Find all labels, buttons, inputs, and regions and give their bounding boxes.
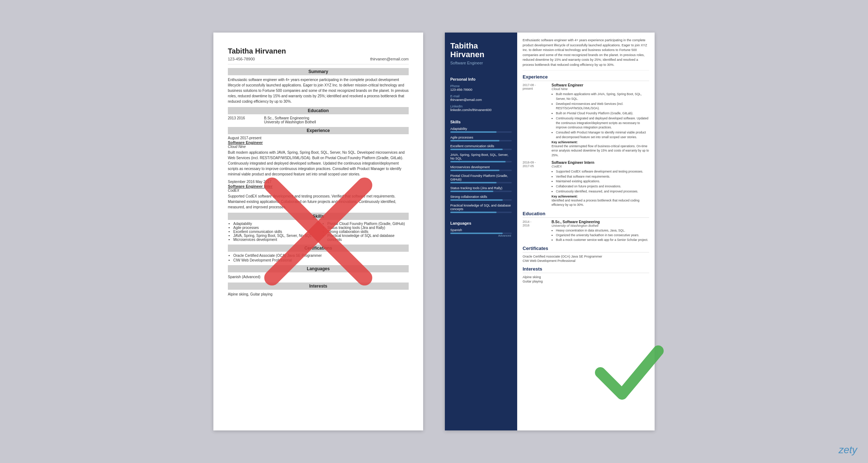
plain-email: thirvanen@email.com: [370, 57, 409, 61]
plain-summary-text: Enthusiastic software engineer with 4+ y…: [228, 77, 409, 104]
styled-sidebar: Tabitha Hirvanen Software Engineer Perso…: [445, 33, 517, 430]
sidebar-linkedin-item: LinkedIn linkedin.com/in/thirvanen600: [445, 103, 517, 113]
sidebar-email-value: thirvanen@email.com: [450, 98, 512, 102]
plain-skills-left: Adaptability Agile processes Excellent c…: [228, 222, 315, 242]
styled-exp-company-0: Cloud Nine: [552, 87, 649, 91]
plain-certs-list: Oracle Certified Associate (OCA) Java SE…: [228, 254, 409, 262]
sidebar-skill-4: Microservices development: [445, 164, 517, 173]
plain-interests-text: Alpine skiing, Guitar playing: [228, 292, 409, 297]
plain-skills-right: Pivotal Cloud Foundry Platform (Gradle, …: [322, 222, 409, 242]
plain-resume: Tabitha Hirvanen 123-456-78900 thirvanen…: [213, 33, 423, 430]
styled-exp-bullets-1: Supported CodEX software development and…: [552, 169, 649, 194]
styled-education-title: Education: [523, 211, 649, 218]
plain-edu-degree: B.Sc., Software Engineering: [264, 116, 316, 120]
styled-title: Software Engineer: [450, 61, 512, 65]
styled-exp-0: 2017-08 - present Software Engineer Clou…: [523, 83, 649, 158]
plain-job-title-1: Software Engineer Inter: [228, 184, 409, 188]
plain-job-company-0: Cloud Nine: [228, 145, 409, 149]
plain-job-dates-0: August 2017-present: [228, 136, 409, 140]
plain-experience-title: Experience: [228, 127, 409, 134]
styled-certificates-section: Certificates Oracle Certified Associate …: [523, 246, 649, 263]
styled-interests-section: Interests Alpine skiing Guitar playing: [523, 266, 649, 283]
styled-exp-title-1: Software Engineer Intern: [552, 161, 649, 165]
plain-edu-details: B.Sc., Software Engineering University o…: [264, 116, 316, 124]
sidebar-languages-label: Languages: [445, 218, 517, 227]
plain-skills-grid: Adaptability Agile processes Excellent c…: [228, 222, 409, 242]
plain-job-title-0: Software Engineer: [228, 140, 409, 145]
zety-watermark: zety: [839, 444, 857, 456]
styled-edu-degree-0: B.Sc., Software Engineering: [552, 220, 649, 224]
styled-certificates-title: Certificates: [523, 246, 649, 252]
plain-edu-school: University of Washington Bothell: [264, 120, 316, 124]
plain-certs-title: Certifications: [228, 245, 409, 252]
styled-interests-title: Interests: [523, 266, 649, 273]
sidebar-linkedin-label: LinkedIn: [450, 105, 512, 108]
sidebar-skills-label: Skills: [445, 117, 517, 126]
plain-edu-dates: 2013 2016: [228, 116, 257, 124]
sidebar-skill-3: JAVA, Spring, Spring Boot, SQL, Server, …: [445, 152, 517, 164]
plain-languages-text: Spanish (Advanced): [228, 274, 409, 280]
styled-summary: Enthusiastic software engineer with 4+ y…: [523, 38, 649, 71]
sidebar-phone-label: Phone: [450, 84, 512, 88]
plain-job-dates-1: September 2016 May 2017: [228, 180, 409, 184]
plain-languages-title: Languages: [228, 265, 409, 272]
styled-exp-company-1: CodEX: [552, 165, 649, 168]
plain-job-desc-1: Supported CodEX software development and…: [228, 194, 409, 210]
sidebar-skill-1: Agile processes: [445, 134, 517, 143]
sidebar-skill-6: Status tracking tools (Jira and Rally): [445, 185, 517, 194]
plain-interests-title: Interests: [228, 283, 409, 290]
styled-exp-title-0: Software Engineer: [552, 83, 649, 87]
sidebar-phone-value: 123-456-78900: [450, 88, 512, 92]
styled-name: Tabitha Hirvanen: [450, 42, 512, 59]
styled-edu-bullets-0: Heavy concentration in data structures, …: [552, 228, 649, 242]
sidebar-skill-7: Strong collaboration skills: [445, 194, 517, 202]
sidebar-personal-label: Personal Info: [445, 74, 517, 83]
styled-exp-bullets-0: Built modern applications with JAVA, Spr…: [552, 92, 649, 140]
styled-edu-school-0: University of Washington Bothell: [552, 224, 649, 228]
sidebar-email-item: E-mail thirvanen@email.com: [445, 93, 517, 103]
sidebar-skill-0: Adaptability: [445, 126, 517, 134]
styled-resume: Tabitha Hirvanen Software Engineer Perso…: [445, 33, 655, 430]
styled-edu-0: 2014 - 2016 B.Sc., Software Engineering …: [523, 220, 649, 242]
plain-contact: 123-456-78900 thirvanen@email.com: [228, 57, 409, 64]
plain-exp-item-1: September 2016 May 2017 Software Enginee…: [228, 180, 409, 210]
plain-job-desc-0: Built modern applications with JAVA, Spr…: [228, 150, 409, 177]
sidebar-skill-2: Excellent communication skills: [445, 143, 517, 152]
page-container: Tabitha Hirvanen 123-456-78900 thirvanen…: [199, 18, 669, 445]
sidebar-skill-8: Practical knowledge of SQL and database …: [445, 202, 517, 214]
plain-name: Tabitha Hirvanen: [228, 47, 409, 55]
plain-skills-title: Skills: [228, 213, 409, 220]
sidebar-phone-item: Phone 123-456-78900: [445, 83, 517, 93]
styled-experience-title: Experience: [523, 74, 649, 81]
styled-education-section: Education 2014 - 2016 B.Sc., Software En…: [523, 211, 649, 242]
styled-main-content: Enthusiastic software engineer with 4+ y…: [517, 33, 655, 430]
sidebar-email-label: E-mail: [450, 94, 512, 98]
plain-education-title: Education: [228, 107, 409, 114]
sidebar-skill-5: Pivotal Cloud Foundry Platform (Gradle, …: [445, 173, 517, 185]
styled-resume-wrapper: Tabitha Hirvanen Software Engineer Perso…: [445, 33, 655, 430]
styled-exp-1: 2016-09 - 2017-05 Software Engineer Inte…: [523, 161, 649, 207]
plain-job-company-1: CodEX: [228, 188, 409, 192]
plain-exp-item-0: August 2017-present Software Engineer Cl…: [228, 136, 409, 177]
plain-phone: 123-456-78900: [228, 57, 255, 61]
styled-experience-section: Experience 2017-08 - present Software En…: [523, 74, 649, 207]
sidebar-lang-0: Spanish Advanced: [445, 227, 517, 239]
styled-header: Tabitha Hirvanen Software Engineer: [445, 33, 517, 71]
plain-summary-title: Summary: [228, 68, 409, 75]
plain-edu-item: 2013 2016 B.Sc., Software Engineering Un…: [228, 116, 409, 124]
sidebar-linkedin-value: linkedin.com/in/thirvanen600: [450, 108, 512, 112]
